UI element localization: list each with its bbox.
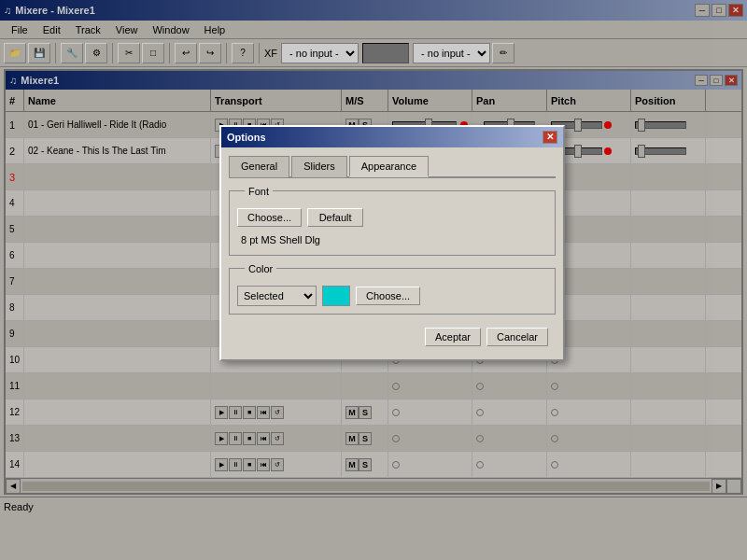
dialog-title: Options [227, 132, 266, 143]
tab-appearance[interactable]: Appearance [349, 156, 429, 177]
font-default-button[interactable]: Default [307, 208, 363, 227]
options-dialog: Options ✕ General Sliders Appearance Fon… [219, 125, 565, 361]
dialog-tabs: General Sliders Appearance [229, 155, 556, 178]
dialog-titlebar: Options ✕ [221, 127, 563, 147]
modal-overlay: Options ✕ General Sliders Appearance Fon… [0, 0, 747, 560]
font-group: Font Choose... Default 8 pt MS Shell Dlg [229, 186, 556, 256]
color-select-wrap: Selected Normal Active Background [237, 286, 317, 306]
color-preview-swatch [322, 286, 350, 306]
color-choose-button[interactable]: Choose... [356, 287, 420, 305]
font-group-label: Font [245, 186, 273, 197]
accept-button[interactable]: Aceptar [425, 328, 481, 346]
cancel-button[interactable]: Cancelar [486, 328, 548, 346]
current-font-display: 8 pt MS Shell Dlg [237, 232, 547, 247]
color-dropdown[interactable]: Selected Normal Active Background [237, 286, 317, 306]
tab-sliders[interactable]: Sliders [291, 156, 347, 177]
tab-general[interactable]: General [229, 156, 289, 177]
color-group: Color Selected Normal Active Background … [229, 263, 556, 315]
font-choose-button[interactable]: Choose... [237, 208, 302, 227]
color-group-label: Color [245, 263, 276, 274]
dialog-content: General Sliders Appearance Font Choose..… [221, 147, 563, 359]
dialog-footer: Aceptar Cancelar [229, 322, 556, 352]
dialog-close-button[interactable]: ✕ [543, 131, 557, 144]
